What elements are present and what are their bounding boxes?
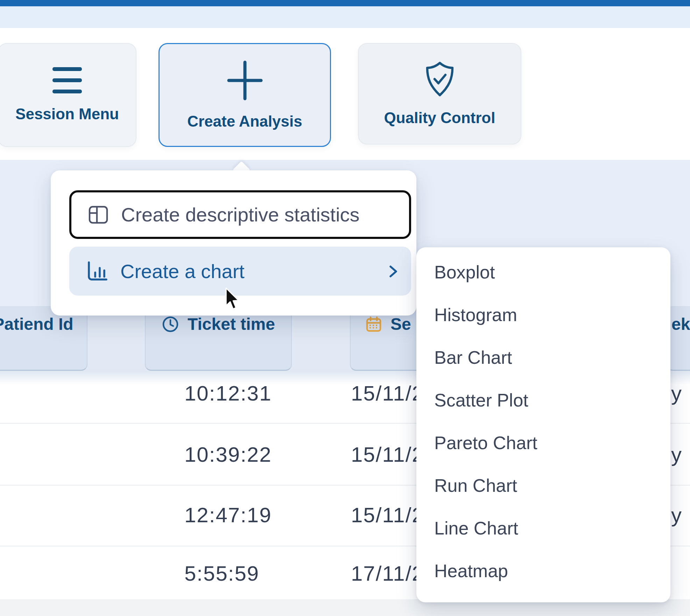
ticket-time-cell: 12:47:19: [184, 505, 272, 526]
column-header-ticket-time[interactable]: Ticket time: [145, 306, 292, 371]
cursor-pointer: [224, 288, 240, 311]
chevron-right-icon: [385, 263, 401, 279]
submenu-item-scatter-plot[interactable]: Scatter Plot: [416, 379, 670, 422]
ticket-time-cell: 5:55:59: [184, 563, 259, 584]
session-date-cell: 15/11/2: [351, 444, 424, 465]
session-date-cell: 15/11/2: [351, 505, 424, 526]
session-menu-button[interactable]: Session Menu: [0, 43, 136, 147]
create-analysis-label: Create Analysis: [187, 113, 302, 130]
bar-chart-icon: [85, 260, 108, 282]
weekday-cell-truncated: y: [671, 444, 682, 465]
menu-item-descriptive-statistics[interactable]: Create descriptive statistics: [69, 190, 411, 239]
session-date-cell: 15/11/2: [351, 383, 424, 404]
ticket-time-cell: 10:39:22: [184, 444, 272, 465]
app-screen: Session Menu Create Analysis Quality Con…: [0, 0, 690, 616]
weekday-cell-truncated: y: [671, 383, 682, 404]
session-date-header-label: Se: [390, 315, 411, 333]
submenu-item-bar-chart[interactable]: Bar Chart: [416, 336, 670, 379]
ticket-time-cell: 10:12:31: [184, 383, 272, 404]
submenu-item-histogram[interactable]: Histogram: [416, 293, 670, 336]
menu-item-label: Create a chart: [120, 260, 245, 283]
submenu-item-line-chart[interactable]: Line Chart: [416, 507, 670, 550]
session-date-cell: 17/11/2: [351, 563, 424, 584]
column-header-patient-id[interactable]: Patiend Id: [0, 306, 87, 371]
calendar-icon: [365, 315, 382, 333]
submenu-item-heatmap[interactable]: Heatmap: [416, 550, 670, 592]
top-title-bar: [0, 0, 690, 6]
sub-header-band: [0, 6, 690, 28]
session-menu-label: Session Menu: [15, 105, 119, 123]
clock-icon: [162, 315, 179, 333]
table-icon: [87, 204, 109, 226]
hamburger-icon: [52, 67, 82, 93]
quality-control-button[interactable]: Quality Control: [358, 43, 521, 144]
plus-icon: [226, 60, 264, 101]
week-header-label: ek: [671, 315, 690, 333]
create-analysis-button[interactable]: Create Analysis: [159, 43, 331, 147]
submenu-item-boxplot[interactable]: Boxplot: [416, 251, 670, 293]
submenu-item-pareto-chart[interactable]: Pareto Chart: [416, 422, 670, 464]
patient-id-header-label: Patiend Id: [0, 315, 73, 333]
quality-control-label: Quality Control: [384, 109, 495, 127]
weekday-cell-truncated: y: [671, 505, 682, 526]
chart-type-submenu: Boxplot Histogram Bar Chart Scatter Plot…: [416, 247, 670, 602]
submenu-item-run-chart[interactable]: Run Chart: [416, 464, 670, 507]
ticket-time-header-label: Ticket time: [188, 315, 275, 333]
menu-item-label: Create descriptive statistics: [121, 203, 360, 226]
shield-check-icon: [422, 61, 457, 97]
